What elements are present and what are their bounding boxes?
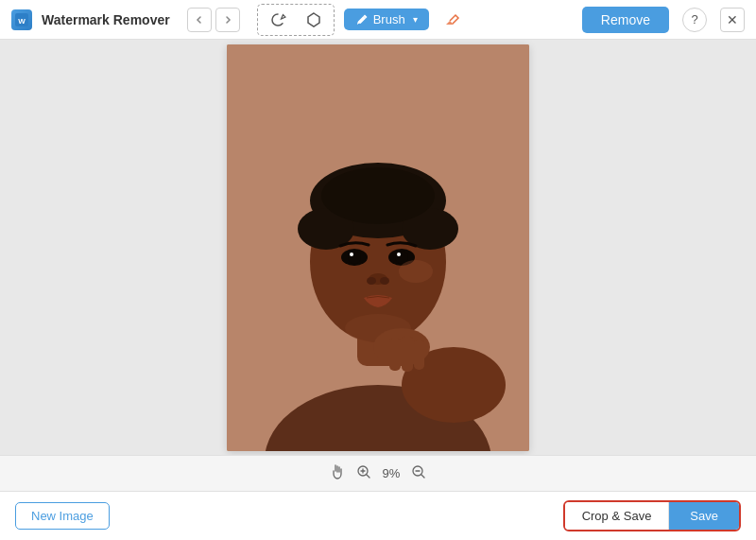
brush-tool-button[interactable]: Brush ▾ [344,9,429,30]
svg-point-21 [399,260,433,283]
help-button[interactable]: ? [682,8,707,32]
nav-back-button[interactable] [187,8,212,32]
new-image-button[interactable]: New Image [15,502,110,530]
help-icon: ? [691,12,697,26]
svg-point-11 [348,251,361,264]
svg-rect-24 [402,336,413,372]
zoom-out-icon[interactable] [411,464,426,482]
svg-rect-25 [414,340,424,370]
nav-forward-button[interactable] [215,8,240,32]
svg-point-15 [397,253,401,256]
svg-text:W: W [18,16,26,25]
zoom-bar: 9% [0,455,756,491]
brush-label: Brush [373,12,405,26]
svg-point-12 [350,253,353,256]
svg-point-17 [367,277,376,285]
remove-label: Remove [601,12,650,27]
brush-chevron-icon: ▾ [413,14,418,25]
title-bar: W Watermark Remover Brush ▾ [0,0,756,40]
close-icon: ✕ [727,12,738,27]
svg-point-9 [321,167,435,224]
app-icon: W [11,9,32,30]
remove-button[interactable]: Remove [582,7,669,33]
main-image [227,44,529,451]
svg-point-14 [395,251,408,264]
zoom-percent: 9% [383,466,401,480]
footer: New Image Crop & Save Save [0,491,756,540]
nav-buttons [187,8,240,32]
new-image-label: New Image [31,509,94,523]
crop-save-button[interactable]: Crop & Save [565,502,670,530]
svg-rect-23 [389,338,401,371]
save-label: Save [690,509,718,523]
app-title: Watermark Remover [42,12,170,27]
crop-save-label: Crop & Save [582,509,652,523]
zoom-in-icon[interactable] [356,464,371,482]
svg-point-18 [380,277,389,285]
hand-tool-icon[interactable] [330,464,345,482]
erase-tool-button[interactable] [438,7,467,33]
tool-group [257,4,335,36]
footer-action-group: Crop & Save Save [563,500,741,531]
lasso-tool-button[interactable] [264,7,292,33]
polygon-tool-button[interactable] [300,7,328,33]
save-button[interactable]: Save [669,502,739,530]
canvas-area [0,40,756,455]
close-button[interactable]: ✕ [720,8,745,32]
